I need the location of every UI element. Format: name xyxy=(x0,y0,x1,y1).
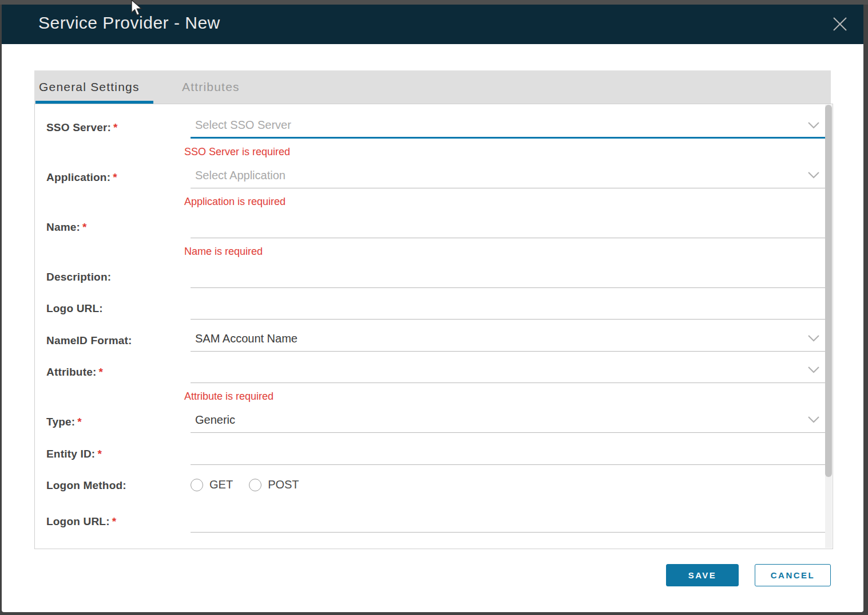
required-asterisk: * xyxy=(82,221,87,233)
logon-method-label: Logon Method: xyxy=(46,479,179,492)
required-asterisk: * xyxy=(97,448,102,460)
description-label: Description: xyxy=(46,271,179,283)
sso-server-label: SSO Server:* xyxy=(46,121,179,134)
chevron-down-icon[interactable] xyxy=(807,171,820,179)
screen: Service Provider - New General Settings … xyxy=(0,0,868,615)
required-asterisk: * xyxy=(77,416,82,428)
attribute-error: Attribute is required xyxy=(184,391,274,403)
chevron-down-icon[interactable] xyxy=(807,334,820,342)
modal-header: Service Provider - New xyxy=(2,5,863,44)
close-icon[interactable] xyxy=(830,14,850,34)
chevron-down-icon[interactable] xyxy=(807,366,820,374)
type-select xyxy=(191,413,827,433)
radio-post-label: POST xyxy=(268,478,299,491)
nameid-format-select xyxy=(191,332,827,352)
logon-method-radio-group: GET POST xyxy=(191,478,299,491)
sso-server-input[interactable] xyxy=(191,119,827,139)
application-input[interactable] xyxy=(191,169,827,188)
attribute-select xyxy=(191,364,827,383)
radio-post[interactable]: POST xyxy=(249,478,299,491)
entity-id-label: Entity ID:* xyxy=(46,448,179,460)
tab-general-settings[interactable]: General Settings xyxy=(39,70,140,104)
name-label: Name:* xyxy=(46,221,179,234)
radio-button-icon[interactable] xyxy=(249,479,261,491)
logon-url-input[interactable] xyxy=(191,513,827,533)
logo-url-input[interactable] xyxy=(191,300,827,320)
attribute-input[interactable] xyxy=(191,364,827,383)
required-asterisk: * xyxy=(98,366,103,378)
chevron-down-icon[interactable] xyxy=(807,121,820,129)
logo-url-label: Logo URL: xyxy=(46,302,179,315)
logon-url-field xyxy=(191,513,827,533)
tab-bar: General Settings Attributes xyxy=(34,70,831,104)
application-select xyxy=(191,169,827,188)
name-input[interactable] xyxy=(191,219,827,238)
tab-attributes[interactable]: Attributes xyxy=(182,70,240,104)
scrollbar-thumb[interactable] xyxy=(825,105,832,477)
type-label: Type:* xyxy=(46,416,179,428)
chevron-down-icon[interactable] xyxy=(807,416,820,424)
description-input[interactable] xyxy=(191,269,827,288)
required-asterisk: * xyxy=(112,515,117,527)
description-field xyxy=(191,269,827,288)
logo-url-field xyxy=(191,300,827,320)
required-asterisk: * xyxy=(113,171,117,183)
application-label: Application:* xyxy=(46,171,179,184)
radio-get[interactable]: GET xyxy=(191,478,233,491)
vertical-scrollbar[interactable] xyxy=(825,105,832,548)
entity-id-input[interactable] xyxy=(191,446,827,465)
cancel-button[interactable]: CANCEL xyxy=(755,564,831,586)
window-frame-top xyxy=(0,0,868,5)
nameid-format-label: NameID Format: xyxy=(46,334,179,347)
sso-server-error: SSO Server is required xyxy=(184,146,290,158)
name-field xyxy=(191,219,827,238)
radio-get-label: GET xyxy=(209,478,233,491)
save-button[interactable]: SAVE xyxy=(666,564,739,586)
name-error: Name is required xyxy=(184,246,263,258)
application-error: Application is required xyxy=(184,196,286,208)
required-asterisk: * xyxy=(113,121,118,133)
logon-url-label: Logon URL:* xyxy=(46,515,179,528)
nameid-format-input[interactable] xyxy=(191,332,827,352)
entity-id-field xyxy=(191,446,827,465)
sso-server-select xyxy=(191,119,827,139)
type-input[interactable] xyxy=(191,413,827,433)
attribute-label: Attribute:* xyxy=(46,366,179,379)
radio-button-icon[interactable] xyxy=(191,479,203,491)
general-settings-form: SSO Server:* SSO Server is required Appl… xyxy=(35,104,825,549)
modal-title: Service Provider - New xyxy=(38,13,220,33)
form-scroll-area: SSO Server:* SSO Server is required Appl… xyxy=(34,104,833,549)
